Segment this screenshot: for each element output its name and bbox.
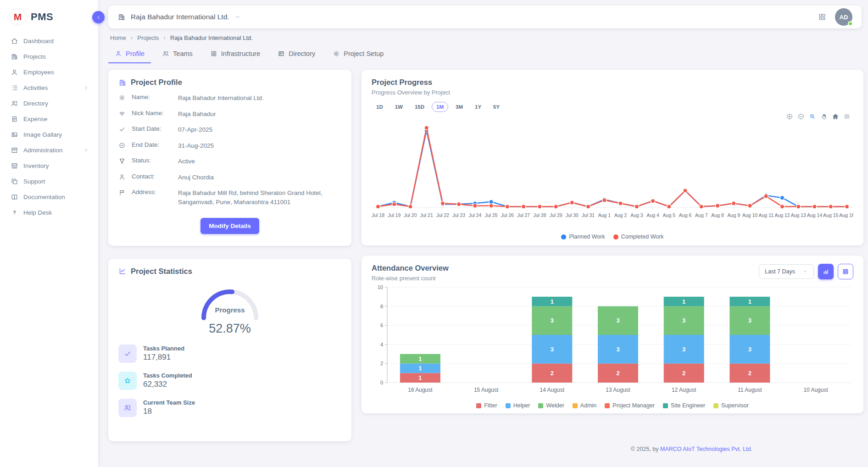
footer: © 2025, by MARCO AIoT Technologies Pvt. …: [108, 446, 862, 452]
footer-company-link[interactable]: MARCO AIoT Technologies Pvt. Ltd.: [660, 446, 752, 452]
tab-project-setup[interactable]: Project Setup: [326, 46, 390, 63]
sidebar-item-label: Directory: [23, 100, 48, 107]
legend-item-site-engineer[interactable]: Site Engineer: [663, 402, 705, 409]
svg-text:Progress: Progress: [215, 306, 245, 314]
card-title: Project Profile: [131, 78, 182, 87]
buildings-icon: [11, 53, 18, 61]
svg-text:Jul 18: Jul 18: [372, 212, 384, 218]
project-statistics-header: Project Statistics: [118, 267, 341, 276]
project-progress-chart[interactable]: Jul 18Jul 19Jul 20Jul 21Jul 22Jul 23Jul …: [372, 117, 853, 233]
table-grid-icon: [842, 268, 849, 275]
sidebar-item-support[interactable]: Support: [5, 174, 94, 189]
stat-text: Tasks Completed62,332: [143, 372, 192, 389]
svg-text:3: 3: [551, 346, 554, 353]
attendance-overview-card: Attendance Overview Role-wise present co…: [362, 256, 863, 413]
tab-label: Directory: [289, 50, 315, 57]
svg-text:Aug 15: Aug 15: [823, 212, 838, 218]
user-avatar[interactable]: AD: [835, 8, 852, 26]
sidebar-item-documentation[interactable]: Documentation: [5, 190, 94, 204]
copy-icon: [11, 178, 18, 185]
field-label: End Date:: [132, 141, 172, 148]
range-button-1m[interactable]: 1M: [432, 102, 448, 112]
field-value: Raja Bahadur International Ltd.: [178, 94, 341, 103]
modify-details-button[interactable]: Modify Details: [200, 218, 259, 234]
svg-text:Aug 8: Aug 8: [711, 212, 724, 218]
sidebar-item-projects[interactable]: Projects: [5, 50, 94, 64]
waves-icon: [118, 110, 126, 117]
chevron-down-icon: [802, 269, 808, 274]
range-button-1y[interactable]: 1Y: [470, 102, 486, 112]
svg-text:2: 2: [616, 370, 619, 377]
svg-text:Aug 7: Aug 7: [695, 212, 708, 218]
breadcrumb-separator: ›: [131, 34, 133, 41]
svg-text:11 August: 11 August: [738, 387, 762, 393]
people-icon: [11, 100, 18, 107]
sidebar-item-label: Activities: [23, 84, 48, 91]
legend-item-welder[interactable]: Welder: [538, 402, 564, 409]
tab-directory[interactable]: Directory: [271, 46, 322, 63]
svg-text:Aug 14: Aug 14: [807, 212, 822, 218]
svg-text:Aug 2: Aug 2: [614, 212, 627, 218]
svg-text:10: 10: [378, 284, 383, 290]
range-button-15d[interactable]: 15D: [410, 102, 429, 112]
sidebar-item-help-desk[interactable]: ?Help Desk: [5, 206, 94, 220]
sidebar-item-activities[interactable]: Activities: [5, 81, 94, 95]
legend-item-fitter[interactable]: Fitter: [476, 402, 497, 409]
breadcrumb-item[interactable]: Home: [110, 34, 126, 41]
legend-item-project-manager[interactable]: Project Manager: [605, 402, 655, 409]
sidebar-item-directory[interactable]: Directory: [5, 96, 94, 111]
tab-label: Profile: [126, 50, 145, 57]
svg-text:Jul 26: Jul 26: [501, 212, 514, 218]
range-button-1d[interactable]: 1D: [372, 102, 388, 112]
profile-field-address: Address:Raja Bahadur Mill Rd, behind She…: [118, 189, 341, 206]
attendance-titles: Attendance Overview Role-wise present co…: [372, 264, 449, 282]
sidebar-item-inventory[interactable]: Inventory: [5, 159, 94, 173]
legend-item-supervisor[interactable]: Supervisor: [713, 402, 749, 409]
tab-profile[interactable]: Profile: [108, 46, 151, 63]
sidebar-item-administration[interactable]: Administration: [5, 143, 94, 157]
profile-field-nick-name: Nick Name:Raja Bahadur: [118, 110, 341, 119]
company-selector[interactable]: Raja Bahadur International Ltd.: [117, 13, 241, 21]
app-logo[interactable]: M PMS: [0, 0, 98, 33]
svg-text:3: 3: [748, 317, 751, 324]
people-icon: [162, 50, 169, 57]
legend-item-admin[interactable]: Admin: [573, 402, 596, 409]
company-name: Raja Bahadur International Ltd.: [131, 13, 229, 21]
range-button-1w[interactable]: 1W: [390, 102, 407, 112]
legend-item-completed-work[interactable]: Completed Work: [613, 234, 664, 240]
sidebar-collapse-button[interactable]: [92, 11, 105, 23]
sidebar-item-label: Employees: [23, 69, 54, 76]
range-button-5y[interactable]: 5Y: [489, 102, 504, 112]
legend-item-planned-work[interactable]: Planned Work: [561, 234, 605, 240]
project-statistics-card: Project Statistics Progress 52.87% Tasks…: [108, 259, 351, 441]
field-value: 31-Aug-2025: [178, 141, 341, 150]
table-view-button[interactable]: [838, 264, 853, 279]
bar-view-button[interactable]: [818, 264, 834, 279]
breadcrumb-item[interactable]: Projects: [137, 34, 159, 41]
app-root: M PMS DashboardProjectsEmployeesActiviti…: [0, 0, 868, 452]
star-icon: [118, 372, 137, 390]
attendance-chart[interactable]: 024681011116 August15 August233114 Augus…: [372, 282, 853, 401]
field-label: Nick Name:: [132, 110, 172, 117]
sidebar-item-employees[interactable]: Employees: [5, 65, 94, 79]
profile-field-status: Status:Active: [118, 157, 341, 166]
sidebar-item-expense[interactable]: Expense: [5, 112, 94, 126]
bar-chart-icon: [822, 268, 829, 275]
chart-title: Project Progress: [372, 78, 853, 87]
sidebar-item-label: Expense: [23, 116, 48, 122]
sidebar-item-image-gallary[interactable]: Image Gallary: [5, 128, 94, 142]
svg-text:Jul 28: Jul 28: [533, 212, 546, 218]
tab-infrastructure[interactable]: Infrastructure: [204, 46, 267, 63]
apps-grid-icon[interactable]: [818, 12, 827, 22]
svg-text:1: 1: [418, 365, 422, 372]
svg-text:Aug 16: Aug 16: [839, 212, 853, 218]
sidebar-item-dashboard[interactable]: Dashboard: [5, 34, 94, 48]
breadcrumb-item[interactable]: Raja Bahadur International Ltd.: [170, 34, 253, 41]
date-range-select[interactable]: Last 7 Days: [759, 264, 814, 279]
range-button-3m[interactable]: 3M: [451, 102, 467, 112]
sidebar-item-label: Documentation: [23, 194, 65, 200]
svg-text:13 August: 13 August: [606, 387, 630, 393]
legend-item-helper[interactable]: Helper: [506, 402, 530, 409]
stat-value: 62,332: [143, 380, 192, 389]
tab-teams[interactable]: Teams: [156, 46, 199, 63]
